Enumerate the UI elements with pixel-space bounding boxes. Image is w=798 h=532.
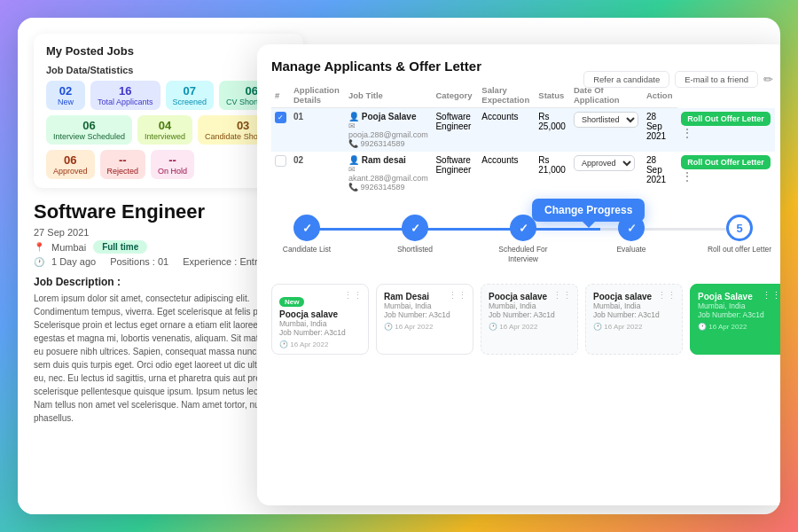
table-header: # [271, 82, 290, 108]
status-select[interactable]: Shortlisted [574, 112, 638, 128]
card-date: 🕐 16 Apr 2022 [698, 323, 779, 331]
checkbox-checked[interactable]: ✓ [275, 112, 286, 123]
step-label: Candidate List [283, 245, 331, 254]
card-job-number: Job Number: A3c1d [489, 310, 570, 319]
app-details: 👤 Pooja Salave ✉ pooja.288@gmail.com 📞 9… [345, 108, 432, 153]
applicant-card[interactable]: ⋮⋮ Pooja Salave Mumbai, India Job Number… [690, 284, 780, 355]
stat-badge: 16Total Applicants [90, 81, 160, 110]
step-circle: ✓ [402, 215, 428, 241]
salary-cell: Rs 21,000 [535, 152, 570, 195]
progress-step[interactable]: ✓ Shortlisted [379, 215, 450, 264]
refer-button[interactable]: Refer a candidate [583, 71, 669, 88]
job-date: 27 Sep 2021 [34, 227, 89, 238]
card-job-number: Job Number: A3c1d [279, 328, 361, 337]
job-positions: Positions : 01 [110, 256, 168, 267]
category-cell: Accounts [478, 152, 535, 195]
card-dots[interactable]: ⋮⋮ [448, 290, 467, 301]
table-header: Job Title [345, 82, 432, 108]
card-dots[interactable]: ⋮⋮ [657, 290, 677, 301]
step-circle: 5 [726, 215, 753, 241]
top-actions: Refer a candidate E-mail to a friend ✏ [583, 71, 773, 88]
stat-badge: 06Approved [46, 150, 95, 179]
step-label: Roll out offer Letter [708, 245, 771, 254]
step-label: Scheduled For Interview [488, 245, 559, 264]
applicant-card[interactable]: ⋮⋮ Ram Desai Mumbai, India Job Number: A… [376, 284, 473, 355]
status-cell[interactable]: Shortlisted [570, 108, 643, 153]
progress-section: ✓ Candidate List ✓ Shortlisted ✓ Schedul… [271, 204, 775, 278]
change-progress-label: Change Progress [544, 204, 632, 216]
applicant-card[interactable]: ⋮⋮ New Poocja salave Mumbai, India Job N… [271, 284, 369, 355]
card-dots[interactable]: ⋮⋮ [762, 290, 780, 301]
action-dots[interactable]: ⋮ [681, 126, 693, 140]
card-job-number: Job Number: A3c1d [593, 310, 675, 319]
table-header: Application Details [290, 82, 345, 108]
table-row: 02 👤 Ram desai ✉ akant.288@gmail.com 📞 9… [271, 152, 775, 195]
stat-badge: --On Hold [151, 150, 194, 179]
card-date: 🕐 16 Apr 2022 [279, 340, 361, 348]
date-cell: 28 Sep 2021 [643, 152, 677, 195]
salary-cell: Rs 25,000 [535, 108, 570, 153]
rollout-button[interactable]: Roll Out Offer Letter [681, 112, 771, 126]
change-progress-tooltip[interactable]: Change Progress [532, 199, 645, 222]
stat-badge: 07Screened [166, 81, 215, 110]
email-button[interactable]: E-mail to a friend [675, 71, 758, 88]
table-header: Status [535, 82, 570, 108]
progress-step[interactable]: 5 Roll out offer Letter [704, 215, 775, 264]
row-check[interactable] [271, 152, 290, 195]
app-details: 👤 Ram desai ✉ akant.288@gmail.com 📞 9926… [345, 152, 432, 195]
card-location: Mumbai, India [279, 319, 361, 328]
status-select[interactable]: Approved [574, 155, 635, 171]
table-header: Category [432, 82, 478, 108]
stat-badge: 02New [46, 81, 85, 110]
card-job-number: Job Number: A3c1d [384, 310, 466, 319]
card-date: 🕐 16 Apr 2022 [593, 323, 675, 331]
progress-step[interactable]: ✓ Candidate List [271, 215, 342, 264]
card-date: 🕐 16 Apr 2022 [489, 323, 570, 331]
clock-icon: 🕐 [34, 257, 44, 267]
applicants-table: #Application DetailsJob TitleCategorySal… [271, 82, 775, 195]
steps-row: ✓ Candidate List ✓ Shortlisted ✓ Schedul… [271, 215, 775, 264]
job-type-badge: Full time [93, 240, 147, 254]
applicant-card[interactable]: ⋮⋮ Poocja salave Mumbai, India Job Numbe… [585, 284, 683, 355]
progress-step[interactable]: ✓ Scheduled For Interview [488, 215, 559, 264]
stat-badge: --Rejected [100, 150, 146, 179]
job-title-cell: Software Engineer [432, 152, 478, 195]
stats-row: 02New16Total Applicants07Screened06CV Sh… [46, 81, 291, 179]
table-header: Salary Expectation [478, 82, 535, 108]
stat-badge: 04Interviewed [137, 115, 192, 145]
job-ago: 1 Day ago [51, 256, 96, 267]
step-label: Evaluate [616, 245, 645, 254]
category-cell: Accounts [478, 108, 535, 153]
job-title-cell: Software Engineer [432, 108, 478, 153]
card-location: Mumbai, India [384, 301, 466, 310]
card-dots[interactable]: ⋮⋮ [552, 290, 572, 301]
row-num: 02 [290, 152, 345, 195]
row-num: 01 [290, 108, 345, 153]
stats-label: Job Data/Statistics [46, 65, 291, 75]
card-date: 🕐 16 Apr 2022 [384, 323, 466, 331]
applicant-card[interactable]: ⋮⋮ Poocja salave Mumbai, India Job Numbe… [481, 284, 578, 355]
card-location: Mumbai, India [698, 301, 779, 310]
action-dots[interactable]: ⋮ [681, 169, 693, 184]
card-job-number: Job Number: A3c1d [698, 310, 779, 319]
action-cell[interactable]: Roll Out Offer Letter ⋮ [677, 152, 775, 195]
table-row: ✓ 01 👤 Pooja Salave ✉ pooja.288@gmail.co… [271, 108, 775, 153]
location-icon: 📍 [34, 242, 44, 252]
card-name: Poocja salave [279, 309, 361, 319]
stat-badge: 06Interview Scheduled [46, 115, 132, 145]
row-check[interactable]: ✓ [271, 108, 290, 153]
progress-step[interactable]: ✓ Evaluate [596, 215, 667, 264]
checkbox-empty[interactable] [275, 155, 286, 167]
card-location: Mumbai, India [489, 301, 570, 310]
action-cell[interactable]: Roll Out Offer Letter ⋮ [677, 108, 775, 153]
edit-button[interactable]: ✏ [763, 71, 773, 88]
new-badge: New [279, 297, 304, 307]
rollout-button[interactable]: Roll Out Offer Letter [681, 155, 771, 169]
main-card: My Posted Jobs Job Data/Statistics 02New… [18, 18, 780, 514]
posted-jobs-title: My Posted Jobs [46, 44, 291, 58]
card-dots[interactable]: ⋮⋮ [343, 290, 363, 301]
status-cell[interactable]: Approved [570, 152, 643, 195]
step-circle: ✓ [293, 215, 320, 241]
cards-row: ⋮⋮ New Poocja salave Mumbai, India Job N… [271, 284, 775, 364]
job-location: Mumbai [51, 242, 86, 253]
